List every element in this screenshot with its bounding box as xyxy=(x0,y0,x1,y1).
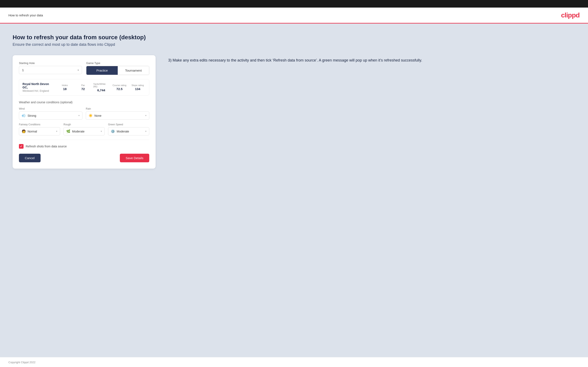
rough-group: Rough 🌿 Moderate ▾ xyxy=(63,123,105,135)
green-speed-select[interactable]: ⚙️ Moderate ▾ xyxy=(108,127,149,135)
slope-rating-stat: Slope rating 134 xyxy=(130,84,146,91)
action-row: Cancel Save Details xyxy=(19,154,149,162)
content-area: Starting Hole 1 ▾ Game Type Practice Tou… xyxy=(13,55,575,169)
weather-section-label: Weather and course conditions (optional) xyxy=(19,100,149,104)
rain-select[interactable]: ☀️ None ▾ xyxy=(86,111,149,120)
green-speed-group: Green Speed ⚙️ Moderate ▾ xyxy=(108,123,149,135)
wind-value: Strong xyxy=(27,114,77,117)
refresh-label: Refresh shots from data source xyxy=(26,145,67,148)
wind-select[interactable]: 💨 Strong ▾ xyxy=(19,111,82,120)
top-form-row: Starting Hole 1 ▾ Game Type Practice Tou… xyxy=(19,61,149,75)
holes-stat: Holes 18 xyxy=(57,84,73,91)
description-block: 3) Make any extra edits necessary to the… xyxy=(168,55,575,63)
par-value: 72 xyxy=(81,87,85,91)
wind-group: Wind 💨 Strong ▾ xyxy=(19,107,82,120)
practice-button[interactable]: Practice xyxy=(86,66,118,75)
holes-value: 18 xyxy=(63,87,67,91)
header-title: How to refresh your data xyxy=(9,13,43,17)
course-rating-label: Course rating xyxy=(112,84,126,86)
divider xyxy=(19,140,149,140)
starting-hole-label: Starting Hole xyxy=(19,61,82,65)
fairway-chevron-icon: ▾ xyxy=(56,130,57,133)
starting-hole-chevron-icon: ▾ xyxy=(78,69,79,72)
form-card: Starting Hole 1 ▾ Game Type Practice Tou… xyxy=(13,55,156,169)
starting-hole-group: Starting Hole 1 ▾ xyxy=(19,61,82,75)
holes-label: Holes xyxy=(62,84,68,86)
rain-icon: ☀️ xyxy=(88,114,93,117)
game-type-toggle: Practice Tournament xyxy=(86,66,149,75)
rough-icon: 🌿 xyxy=(66,129,70,133)
wind-icon: 💨 xyxy=(22,114,26,117)
fairway-label: Fairway Conditions xyxy=(19,123,60,126)
tournament-button[interactable]: Tournament xyxy=(118,66,149,75)
refresh-checkbox[interactable] xyxy=(19,144,24,149)
wind-label: Wind xyxy=(19,107,82,110)
green-speed-label: Green Speed xyxy=(108,123,149,126)
page-heading: How to refresh your data from source (de… xyxy=(13,34,575,41)
fairway-select[interactable]: 🧑 Normal ▾ xyxy=(19,127,60,135)
wind-chevron-icon: ▾ xyxy=(78,114,80,117)
green-speed-icon: ⚙️ xyxy=(111,129,115,133)
main-content: How to refresh your data from source (de… xyxy=(0,24,588,357)
fairway-group: Fairway Conditions 🧑 Normal ▾ xyxy=(19,123,60,135)
logo: clippd xyxy=(561,11,579,19)
rough-chevron-icon: ▾ xyxy=(101,130,102,133)
fairway-rough-green-row: Fairway Conditions 🧑 Normal ▾ Rough 🌿 Mo… xyxy=(19,123,149,135)
game-type-label: Game Type xyxy=(86,61,149,65)
green-speed-chevron-icon: ▾ xyxy=(145,130,147,133)
yards-label: Yards/White (M)) xyxy=(93,83,109,88)
rain-value: None xyxy=(94,114,144,117)
page-subheading: Ensure the correct and most up to date d… xyxy=(13,42,575,47)
starting-hole-select[interactable]: 1 ▾ xyxy=(19,66,82,74)
course-rating-stat: Course rating 72.5 xyxy=(112,84,128,91)
cancel-button[interactable]: Cancel xyxy=(19,154,41,162)
rain-label: Rain xyxy=(86,107,149,110)
refresh-row: Refresh shots from data source xyxy=(19,144,149,149)
slope-rating-value: 134 xyxy=(135,87,140,91)
yards-value: 6,744 xyxy=(97,88,105,92)
description-text: 3) Make any extra edits necessary to the… xyxy=(168,57,575,63)
rain-group: Rain ☀️ None ▾ xyxy=(86,107,149,120)
slope-rating-label: Slope rating xyxy=(131,84,144,86)
course-location: Westward Ho!, England xyxy=(23,89,55,92)
top-bar xyxy=(0,0,588,8)
header: How to refresh your data clippd xyxy=(0,8,588,24)
rough-label: Rough xyxy=(63,123,105,126)
starting-hole-value: 1 xyxy=(22,68,78,72)
footer-copyright: Copyright Clippd 2022 xyxy=(9,361,35,364)
rain-chevron-icon: ▾ xyxy=(145,114,147,117)
rough-value: Moderate xyxy=(72,130,99,133)
course-name: Royal North Devon GC, xyxy=(23,82,55,89)
yards-stat: Yards/White (M)) 6,744 xyxy=(93,83,109,92)
fairway-icon: 🧑 xyxy=(22,129,26,133)
wind-rain-row: Wind 💨 Strong ▾ Rain ☀️ None ▾ xyxy=(19,107,149,120)
footer: Copyright Clippd 2022 xyxy=(0,357,588,367)
par-stat: Par 72 xyxy=(75,84,91,91)
save-button[interactable]: Save Details xyxy=(120,154,149,162)
course-info-row: Royal North Devon GC, Westward Ho!, Engl… xyxy=(19,79,149,96)
course-name-block: Royal North Devon GC, Westward Ho!, Engl… xyxy=(23,82,55,92)
rough-select[interactable]: 🌿 Moderate ▾ xyxy=(63,127,105,135)
game-type-group: Game Type Practice Tournament xyxy=(86,61,149,75)
fairway-value: Normal xyxy=(27,130,54,133)
par-label: Par xyxy=(81,84,85,86)
course-rating-value: 72.5 xyxy=(116,87,122,91)
green-speed-value: Moderate xyxy=(117,130,144,133)
